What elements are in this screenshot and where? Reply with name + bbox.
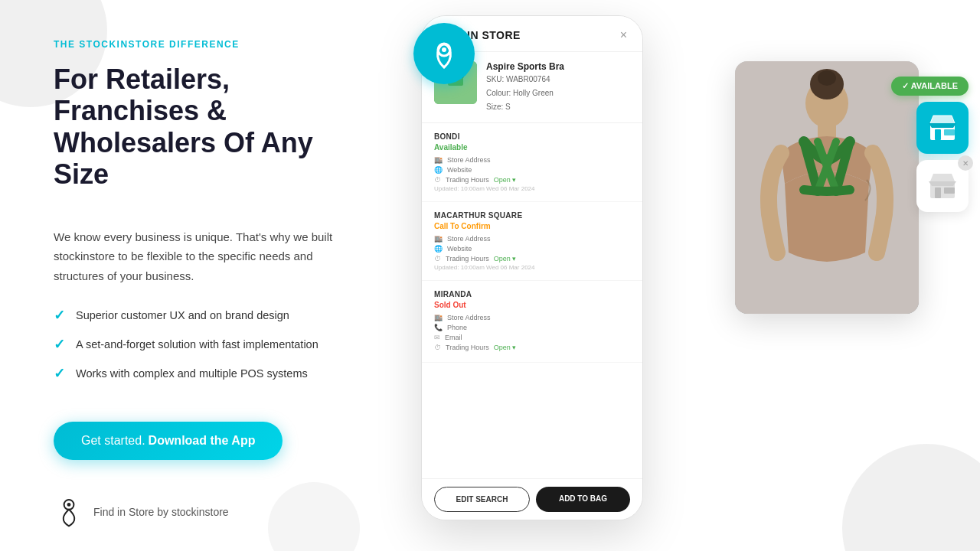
store-name-bondi: BONDI	[434, 132, 630, 141]
main-heading: For Retailers, Franchises & Wholesalers …	[54, 64, 352, 191]
store-phone-label: Phone	[447, 324, 467, 331]
hours-status-macarthur: Open ▾	[494, 255, 517, 262]
store-hours-bondi: ⏱ Trading Hours Open ▾	[434, 176, 630, 184]
store-hours-macarthur: ⏱ Trading Hours Open ▾	[434, 255, 630, 262]
right-panel: FIND IN STORE ×	[398, 0, 980, 551]
store-website-bondi[interactable]: 🌐 Website	[434, 166, 630, 174]
checklist: ✓ Superior customer UX and on brand desi…	[54, 307, 352, 394]
store-address-label-2: Store Address	[447, 235, 491, 243]
email-icon: ✉	[434, 334, 440, 341]
store-address-macarthur: 🏬 Store Address	[434, 235, 630, 243]
store-address-label: Store Address	[447, 156, 491, 164]
updated-bondi: Updated: 10:00am Wed 06 Mar 2024	[434, 185, 630, 192]
store-status-macarthur: Call To Confirm	[434, 222, 630, 230]
checklist-text-1: Superior customer UX and on brand design	[76, 309, 289, 321]
updated-macarthur: Updated: 10:00am Wed 06 Mar 2024	[434, 264, 630, 271]
svg-rect-17	[944, 187, 955, 194]
store-address-label-3: Store Address	[447, 314, 491, 321]
store-email-miranda[interactable]: ✉ Email	[434, 334, 630, 341]
store-status-bondi: Available	[434, 143, 630, 152]
trading-hours-label-3: Trading Hours	[446, 344, 489, 351]
building-icon-3: 🏬	[434, 314, 443, 321]
store-icon-inactive: ✕	[916, 160, 969, 212]
checklist-text-2: A set-and-forget solution with fast impl…	[76, 338, 318, 350]
store-item-bondi: BONDI Available 🏬 Store Address 🌐 Websit…	[422, 123, 642, 202]
check-icon-2: ✓	[54, 336, 65, 353]
check-icon-3: ✓	[54, 365, 65, 382]
cta-button[interactable]: Get started. Download the App	[54, 422, 283, 460]
checklist-item-2: ✓ A set-and-forget solution with fast im…	[54, 336, 352, 353]
store-item-miranda: MIRANDA Sold Out 🏬 Store Address 📞 Phone…	[422, 281, 642, 363]
store-status-miranda: Sold Out	[434, 301, 630, 309]
store-list: BONDI Available 🏬 Store Address 🌐 Websit…	[422, 123, 642, 474]
checklist-item-3: ✓ Works with complex and multiple POS sy…	[54, 365, 352, 382]
trading-hours-label: Trading Hours	[446, 176, 489, 184]
store-phone-miranda[interactable]: 📞 Phone	[434, 324, 630, 331]
page-wrapper: THE STOCKINSTORE DIFFERENCE For Retailer…	[0, 0, 980, 551]
product-size: Size: S	[486, 101, 630, 113]
store-icon-active	[916, 102, 969, 154]
store-website-label-2: Website	[447, 245, 472, 253]
store-name-macarthur: MACARTHUR SQUARE	[434, 211, 630, 220]
building-icon-2: 🏬	[434, 235, 443, 243]
clock-icon-2: ⏱	[434, 255, 441, 262]
brand-logo-icon	[54, 497, 84, 527]
globe-icon-2: 🌐	[434, 245, 443, 253]
hours-status-miranda: Open ▾	[494, 344, 517, 351]
close-button[interactable]: ×	[620, 28, 627, 42]
description: We know every business is unique. That's…	[54, 227, 352, 286]
cta-main: Download the App	[149, 434, 256, 448]
building-icon: 🏬	[434, 156, 443, 164]
store-address-bondi: 🏬 Store Address	[434, 156, 630, 164]
check-icon-1: ✓	[54, 307, 65, 324]
checklist-text-3: Works with complex and multiple POS syst…	[76, 367, 308, 380]
store-badges: ✓ AVAILABLE ✕	[891, 77, 969, 212]
store-website-macarthur[interactable]: 🌐 Website	[434, 245, 630, 253]
clock-icon-3: ⏱	[434, 344, 441, 351]
location-pin-icon	[427, 37, 461, 70]
store-item-macarthur: MACARTHUR SQUARE Call To Confirm 🏬 Store…	[422, 202, 642, 281]
phone-mockup: FIND IN STORE ×	[421, 15, 643, 520]
clock-icon: ⏱	[434, 176, 441, 184]
product-details: Aspire Sports Bra SKU: WABR00764 Colour:…	[486, 61, 630, 113]
footer-brand: Find in Store by stockinstore	[54, 497, 352, 527]
store-hours-miranda: ⏱ Trading Hours Open ▾	[434, 344, 630, 351]
store-name-miranda: MIRANDA	[434, 290, 630, 298]
cta-prefix: Get started.	[81, 434, 145, 448]
left-panel: THE STOCKINSTORE DIFFERENCE For Retailer…	[0, 0, 398, 551]
product-colour: Colour: Holly Green	[486, 87, 630, 99]
available-badge: ✓ AVAILABLE	[891, 77, 969, 96]
product-name: Aspire Sports Bra	[486, 61, 630, 72]
svg-point-10	[818, 70, 836, 86]
svg-point-3	[442, 47, 446, 52]
store-icon-gray-svg	[927, 171, 958, 201]
brand-text: Find in Store by stockinstore	[93, 506, 229, 518]
svg-rect-16	[935, 187, 941, 198]
x-badge: ✕	[958, 155, 973, 171]
svg-point-1	[67, 503, 71, 507]
store-email-label: Email	[445, 334, 462, 341]
svg-rect-14	[944, 129, 955, 135]
svg-rect-13	[935, 129, 941, 140]
store-icon-svg	[927, 112, 958, 143]
globe-icon: 🌐	[434, 166, 443, 174]
location-pin-circle	[413, 23, 475, 84]
add-to-bag-button[interactable]: ADD TO BAG	[536, 487, 630, 512]
edit-search-button[interactable]: EDIT SEARCH	[434, 487, 530, 512]
phone-icon: 📞	[434, 324, 443, 331]
hours-status-bondi: Open ▾	[494, 176, 517, 184]
product-sku: SKU: WABR00764	[486, 73, 630, 86]
checklist-item-1: ✓ Superior customer UX and on brand desi…	[54, 307, 352, 324]
phone-content: FIND IN STORE ×	[422, 16, 642, 520]
store-address-miranda: 🏬 Store Address	[434, 314, 630, 321]
store-website-label: Website	[447, 166, 472, 174]
trading-hours-label-2: Trading Hours	[446, 255, 489, 262]
tagline: THE STOCKINSTORE DIFFERENCE	[54, 39, 352, 50]
phone-footer: EDIT SEARCH ADD TO BAG	[422, 478, 642, 520]
